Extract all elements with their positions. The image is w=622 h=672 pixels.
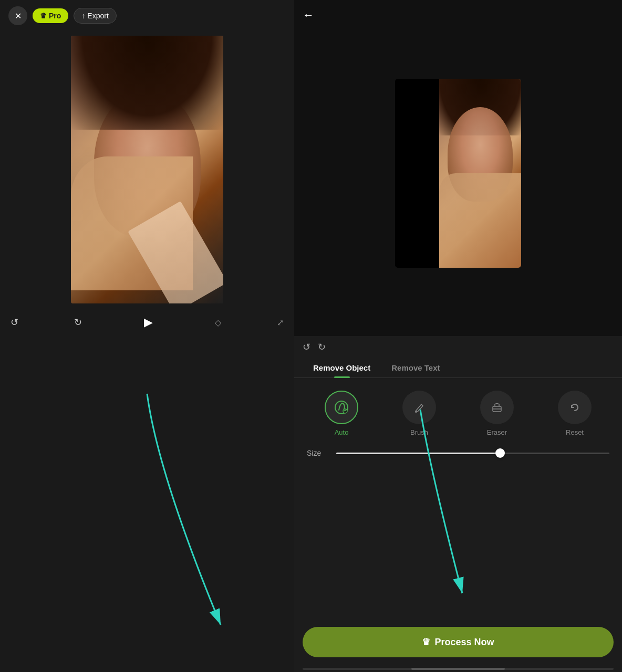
- size-row: Size: [294, 445, 622, 461]
- fullscreen-icon[interactable]: ⤢: [277, 318, 284, 328]
- size-slider[interactable]: [336, 453, 609, 454]
- eraser-tool-label: Eraser: [487, 428, 507, 436]
- auto-tool-label: Auto: [335, 428, 349, 436]
- right-video-preview: [395, 79, 521, 268]
- reset-tool-option[interactable]: Reset: [558, 391, 592, 436]
- redo-button[interactable]: ↻: [74, 317, 82, 328]
- eraser-tool-option[interactable]: Eraser: [480, 391, 514, 436]
- size-slider-thumb: [495, 448, 505, 458]
- export-button[interactable]: ↑ Export: [74, 8, 116, 24]
- tab-remove-text[interactable]: Remove Text: [381, 358, 450, 377]
- process-crown-icon: ♛: [422, 636, 430, 648]
- keyframe-icon[interactable]: ◇: [215, 318, 221, 328]
- undo-button[interactable]: ↺: [11, 317, 18, 328]
- right-redo-button[interactable]: ↻: [318, 341, 326, 353]
- brush-tool-circle: [402, 391, 436, 424]
- brush-tool-option[interactable]: Brush: [402, 391, 436, 436]
- tab-remove-object[interactable]: Remove Object: [303, 358, 381, 377]
- video-thumbnail-left: [71, 36, 223, 303]
- black-bar-left: [395, 79, 439, 268]
- left-video-preview: [71, 36, 223, 303]
- reset-tool-circle: [558, 391, 592, 424]
- brush-tool-label: Brush: [410, 428, 428, 436]
- auto-tool-circle: [325, 391, 358, 424]
- export-icon: ↑: [81, 12, 85, 20]
- remove-tabs: Remove Object Remove Text: [294, 358, 622, 378]
- close-button[interactable]: ✕: [8, 6, 27, 25]
- process-now-label: Process Now: [434, 637, 494, 648]
- undo-redo-row: ↺ ↻: [294, 336, 622, 358]
- bottom-panel-scroll-thumb: [411, 668, 505, 670]
- bottom-panel-scrollbar[interactable]: [303, 668, 614, 670]
- size-label: Size: [307, 449, 328, 457]
- remove-tool-options: Auto Brush: [294, 378, 622, 445]
- play-button[interactable]: ▶: [138, 312, 159, 333]
- eraser-tool-circle: [480, 391, 514, 424]
- right-video-content: [439, 79, 521, 268]
- crown-icon: ♛: [40, 12, 47, 20]
- auto-tool-option[interactable]: Auto: [325, 391, 358, 436]
- back-button[interactable]: ←: [303, 8, 314, 22]
- right-undo-button[interactable]: ↺: [303, 341, 310, 353]
- playback-controls: ↺ ↻ ▶ ◇ ⤢: [0, 308, 294, 337]
- pro-badge[interactable]: ♛ Pro: [33, 8, 68, 23]
- process-now-button[interactable]: ♛ Process Now: [303, 627, 614, 657]
- reset-tool-label: Reset: [566, 428, 584, 436]
- left-header: ✕ ♛ Pro ↑ Export: [0, 0, 294, 32]
